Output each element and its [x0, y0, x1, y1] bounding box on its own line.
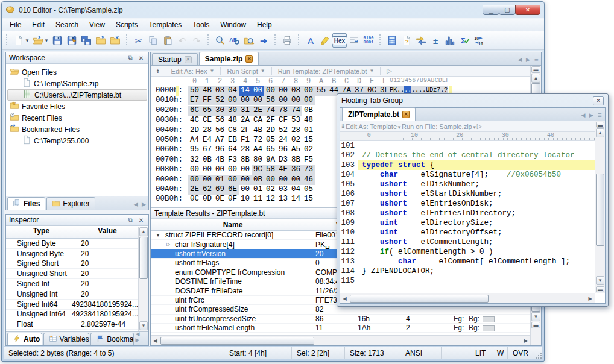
hex-byte[interactable]: 30: [214, 106, 226, 116]
code-line[interactable]: 110 uint elDirectoryOffset;: [340, 228, 595, 237]
code-line[interactable]: 101: [340, 141, 595, 151]
hex-byte[interactable]: 74: [290, 106, 302, 116]
tab-close-icon[interactable]: ✕: [402, 111, 410, 118]
close-button[interactable]: ✕: [515, 5, 540, 15]
toolbar-grip[interactable]: [379, 34, 382, 46]
hex-byte[interactable]: E4: [201, 136, 214, 145]
scroll-left-icon[interactable]: ◀: [151, 336, 160, 345]
hex-byte[interactable]: 00: [188, 165, 201, 175]
toolbar-grip[interactable]: [274, 34, 277, 46]
hex-byte[interactable]: 00: [277, 86, 290, 96]
hex-byte[interactable]: 14: [290, 195, 302, 204]
replace-button[interactable]: AB: [227, 33, 242, 48]
new-file-button[interactable]: ▼: [11, 33, 31, 48]
resize-grip[interactable]: [534, 351, 542, 359]
hex-byte[interactable]: 58: [264, 165, 277, 175]
save-as-button[interactable]: [65, 33, 79, 48]
hex-byte[interactable]: 0D: [201, 195, 214, 204]
hex-byte[interactable]: A4: [252, 145, 264, 155]
toolbar-grip[interactable]: [125, 34, 128, 46]
code-line[interactable]: 106 ushort elStartDiskNumber;: [340, 189, 595, 199]
hex-byte[interactable]: 6C: [188, 106, 201, 116]
undo-button[interactable]: ↶: [175, 33, 189, 48]
hex-byte[interactable]: F1: [239, 136, 252, 145]
hex-byte[interactable]: 15: [302, 195, 315, 204]
hex-byte[interactable]: 00: [239, 96, 252, 105]
hex-byte[interactable]: 11: [252, 195, 264, 204]
tree-item[interactable]: C:\Temp\Sample.zip: [7, 78, 147, 89]
hex-byte[interactable]: 65: [201, 106, 214, 116]
paste-button[interactable]: [160, 33, 175, 48]
inspector-tab-auto[interactable]: Auto: [7, 333, 42, 345]
workspace-tab-files[interactable]: Files: [7, 197, 45, 210]
hex-byte[interactable]: 02: [290, 136, 302, 145]
run-script-dropdown[interactable]: Run Script▼: [221, 67, 271, 75]
hex-byte[interactable]: 00: [277, 96, 290, 105]
hex-byte[interactable]: A7: [214, 136, 226, 145]
hex-byte[interactable]: 00: [290, 175, 302, 185]
inspector-row[interactable]: Double1.5495355093908...: [6, 330, 138, 331]
hex-byte[interactable]: 8B: [290, 155, 302, 165]
menu-item-search[interactable]: Search: [50, 19, 84, 30]
hex-byte[interactable]: 00: [188, 175, 201, 185]
export-file-button[interactable]: [108, 33, 122, 48]
document-tab-ziptemplate[interactable]: ZIPTemplate.bt✕: [342, 107, 416, 121]
scrollbar-thumb[interactable]: [139, 237, 148, 279]
hex-byte[interactable]: A5: [290, 145, 302, 155]
template-result-row[interactable]: uint frUncompressedSize8616h4Fg:Bg:: [151, 315, 530, 324]
bg-color-swatch[interactable]: [483, 325, 495, 331]
hex-byte[interactable]: 65: [264, 145, 277, 155]
hex-byte[interactable]: 08: [290, 86, 302, 96]
hex-byte[interactable]: 50: [188, 86, 201, 96]
hex-byte[interactable]: 0B: [201, 155, 214, 165]
hex-byte[interactable]: 4B: [201, 86, 214, 96]
hex-byte[interactable]: 56: [264, 96, 277, 105]
hex-byte[interactable]: 04: [226, 86, 239, 96]
hex-byte[interactable]: 4C: [188, 116, 201, 125]
hex-byte[interactable]: 69: [214, 185, 226, 195]
tab-scroll-icons[interactable]: ◀ ▶: [134, 201, 147, 210]
redo-button[interactable]: ↷: [189, 33, 204, 48]
hex-byte[interactable]: 00: [226, 165, 239, 175]
hex-byte[interactable]: 03: [277, 185, 290, 195]
print-button[interactable]: [280, 33, 294, 48]
hex-byte[interactable]: 12: [264, 195, 277, 204]
collapse-splitter-icon[interactable]: ▬: [531, 322, 540, 328]
copy-button[interactable]: [146, 33, 160, 48]
save-all-button[interactable]: [79, 33, 93, 48]
font-button[interactable]: A: [303, 33, 318, 48]
scroll-up-icon[interactable]: ▲: [531, 74, 540, 83]
code-line[interactable]: 105 ushort elDiskNumber;: [340, 180, 595, 189]
hex-byte[interactable]: 53: [290, 116, 302, 125]
hex-byte[interactable]: 32: [188, 155, 201, 165]
hex-byte[interactable]: 0F: [226, 195, 239, 204]
hex-byte[interactable]: 00: [226, 175, 239, 185]
code-line[interactable]: 114} ZIPENDLOCATOR;: [340, 266, 595, 276]
inspector-row[interactable]: Signed Int64492384180195924...: [6, 300, 138, 310]
edit-as-dropdown[interactable]: Edit As: Hex▼: [165, 67, 221, 75]
hex-byte[interactable]: 00: [239, 175, 252, 185]
hex-byte[interactable]: 2D: [264, 126, 277, 136]
toolbar-grip[interactable]: [207, 34, 210, 46]
template-result-row[interactable]: ushort frFileNameLength111Ah2Fg:Bg:: [151, 324, 530, 333]
hex-byte[interactable]: EB: [226, 136, 239, 145]
hex-byte[interactable]: 96: [214, 145, 226, 155]
open-file-button[interactable]: ▼: [31, 33, 50, 48]
hex-byte[interactable]: 2D: [188, 126, 201, 136]
tree-item[interactable]: Open Files: [7, 66, 147, 78]
hex-byte[interactable]: 24: [277, 136, 290, 145]
hex-byte[interactable]: 04: [290, 185, 302, 195]
calculator-button[interactable]: [385, 33, 399, 48]
hex-byte[interactable]: CA: [252, 116, 264, 125]
hex-byte[interactable]: 2E: [188, 185, 201, 195]
hex-byte[interactable]: 00: [264, 175, 277, 185]
hex-byte[interactable]: 00: [252, 96, 264, 105]
scroll-down-icon[interactable]: ▼: [596, 276, 604, 285]
highlight-button[interactable]: [318, 33, 332, 48]
hex-byte[interactable]: 8B: [239, 155, 252, 165]
template-result-row[interactable]: ushort frExtraFieldLength01Ch2Fg:Bg:: [151, 333, 530, 334]
tree-item[interactable]: C:\Temp\255.000: [7, 135, 147, 146]
hex-byte[interactable]: 15: [302, 136, 315, 145]
hex-byte[interactable]: 02: [264, 185, 277, 195]
hex-byte[interactable]: 62: [201, 185, 214, 195]
